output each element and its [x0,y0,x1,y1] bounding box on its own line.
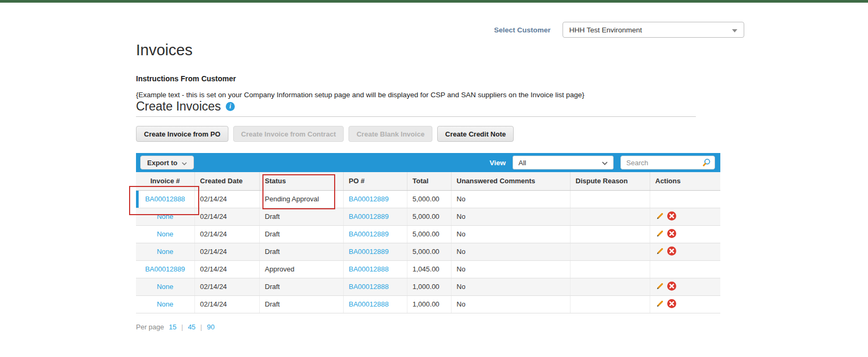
actions-cell [650,225,720,243]
invoice-number-link[interactable]: None [157,300,173,308]
total-cell: 5,000.00 [407,208,451,225]
create-blank-invoice-button[interactable]: Create Blank Invoice [348,126,432,142]
row-actions [656,246,676,256]
chevron-down-icon [182,159,187,167]
po-number-link[interactable]: BA00012889 [349,212,389,220]
delete-icon[interactable] [667,211,676,220]
export-to-label: Export to [147,159,177,167]
row-actions [656,282,676,291]
status-cell: Draft [259,208,343,225]
total-cell: 5,000.00 [407,190,451,208]
total-cell: 5,000.00 [407,225,451,243]
column-header-dispute-reason[interactable]: Dispute Reason [570,172,650,190]
table-row: BA00012888 02/14/24 Pending Approval BA0… [136,190,720,208]
invoices-table: Invoice # Created Date Status PO # Total… [136,172,720,313]
po-number-link[interactable]: BA00012888 [349,265,389,273]
chevron-down-icon [732,26,737,34]
unanswered-comments-cell: No [451,260,570,278]
page-title: Invoices [136,40,725,60]
create-invoice-from-po-button[interactable]: Create Invoice from PO [136,126,228,142]
create-credit-note-button[interactable]: Create Credit Note [437,126,514,142]
customer-selector: Select Customer HHH Test Environment [494,22,744,38]
view-select-value: All [518,159,526,167]
export-to-button[interactable]: Export to [140,156,194,169]
unanswered-comments-cell: No [451,190,570,208]
create-invoices-heading-text: Create Invoices [136,99,221,113]
per-page-option-15[interactable]: 15 [169,323,176,331]
unanswered-comments-cell: No [451,243,570,260]
info-icon[interactable]: i [226,102,235,111]
edit-icon[interactable] [656,229,665,238]
search-box [620,156,715,169]
row-actions [656,229,676,238]
edit-icon[interactable] [656,246,665,256]
per-page-option-45[interactable]: 45 [188,323,195,331]
edit-icon[interactable] [656,282,665,291]
unanswered-comments-cell: No [451,295,570,313]
create-invoice-from-contract-button[interactable]: Create Invoice from Contract [233,126,344,142]
edit-icon[interactable] [656,211,665,220]
invoice-number-link[interactable]: None [157,283,173,291]
instructions-heading: Instructions From Customer [136,74,725,83]
po-number-link[interactable]: BA00012889 [349,248,389,256]
toolbar-right-group: View All [489,156,715,169]
po-number-link[interactable]: BA00012889 [349,230,389,238]
created-date-cell: 02/14/24 [194,243,259,260]
column-header-actions: Actions [650,172,720,190]
column-header-invoice-number[interactable]: Invoice # [136,172,194,190]
invoice-number-link[interactable]: BA00012889 [145,265,185,273]
created-date-cell: 02/14/24 [194,208,259,225]
invoices-table-section: Export to View All [136,153,720,313]
invoice-table-body: BA00012888 02/14/24 Pending Approval BA0… [136,190,720,313]
created-date-cell: 02/14/24 [194,278,259,295]
po-number-link[interactable]: BA00012889 [349,195,389,203]
total-cell: 5,000.00 [407,243,451,260]
actions-cell [650,208,720,225]
per-page-option-90[interactable]: 90 [207,323,214,331]
table-toolbar: Export to View All [136,153,720,172]
status-cell: Draft [259,295,343,313]
delete-icon[interactable] [667,246,676,256]
invoice-number-link[interactable]: None [157,230,173,238]
column-header-po-number[interactable]: PO # [343,172,407,190]
main-content: Invoices Instructions From Customer {Exa… [136,40,725,331]
invoice-number-link[interactable]: None [157,212,173,220]
top-green-bar [0,0,868,3]
column-header-created-date[interactable]: Created Date [194,172,259,190]
pagination-separator: | [200,323,202,331]
total-cell: 1,045.00 [407,260,451,278]
created-date-cell: 02/14/24 [194,225,259,243]
po-number-link[interactable]: BA00012888 [349,283,389,291]
created-date-cell: 02/14/24 [194,190,259,208]
actions-cell [650,295,720,313]
unanswered-comments-cell: No [451,208,570,225]
customer-dropdown[interactable]: HHH Test Environment [563,22,744,38]
delete-icon[interactable] [667,229,676,238]
view-select[interactable]: All [513,156,614,169]
dispute-reason-cell [570,260,650,278]
po-number-link[interactable]: BA00012888 [349,300,389,308]
column-header-unanswered-comments[interactable]: Unanswered Comments [451,172,570,190]
create-invoices-heading: Create Invoices i [136,99,725,113]
column-header-status[interactable]: Status [259,172,343,190]
dispute-reason-cell [570,225,650,243]
search-icon[interactable] [702,158,711,167]
column-header-total[interactable]: Total [407,172,451,190]
instructions-text: {Example text - this is set on your Comp… [136,90,725,99]
status-cell: Draft [259,225,343,243]
status-cell: Draft [259,243,343,260]
created-date-cell: 02/14/24 [194,295,259,313]
delete-icon[interactable] [667,299,676,308]
status-cell: Approved [259,260,343,278]
row-actions [656,211,676,220]
table-row: None 02/14/24 Draft BA00012889 5,000.00 … [136,243,720,260]
table-row: None 02/14/24 Draft BA00012889 5,000.00 … [136,208,720,225]
status-cell: Pending Approval [259,190,343,208]
invoice-number-link[interactable]: None [157,248,173,256]
delete-icon[interactable] [667,282,676,291]
invoice-number-link[interactable]: BA00012888 [145,195,185,203]
dispute-reason-cell [570,208,650,225]
edit-icon[interactable] [656,299,665,308]
search-input[interactable] [626,159,702,167]
dispute-reason-cell [570,278,650,295]
